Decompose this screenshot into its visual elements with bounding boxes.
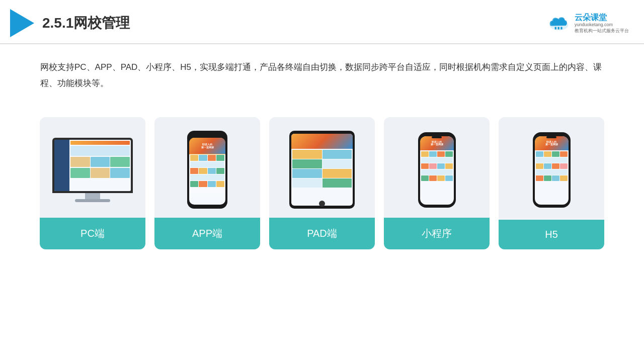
brand-url: yunduoketang.com	[575, 22, 613, 28]
card-pc: PC端	[40, 117, 145, 249]
pc-image-area	[40, 117, 145, 218]
h5-phone-screen: 职进人的第一堂网课	[535, 136, 569, 205]
description-section: 网校支持PC、APP、PAD、小程序、H5，实现多端打通，产品各终端自由切换，数…	[0, 44, 644, 97]
h5-phone-notch-icon	[546, 136, 556, 138]
miniprogram-image-area: 职进人的第一堂网课	[384, 117, 490, 218]
description-text: 网校支持PC、APP、PAD、小程序、H5，实现多端打通，产品各终端自由切换，数…	[40, 59, 604, 92]
card-miniprogram: 职进人的第一堂网课	[384, 117, 490, 249]
pad-image-area	[269, 117, 375, 218]
phone-notch-small-icon	[432, 136, 442, 138]
cards-section: PC端 职进人的第一堂网课	[0, 102, 644, 259]
pc-screen-outer	[52, 138, 133, 193]
tablet-home-icon	[319, 201, 325, 207]
pc-mockup	[50, 138, 135, 202]
h5-phone-mockup: 职进人的第一堂网课	[533, 132, 571, 208]
phone-small-screen: 职进人的第一堂网课	[420, 136, 454, 205]
header-right: 云朵课堂 yunduoketang.com 教育机构一站式服务云平台	[546, 13, 629, 34]
h5-label: H5	[499, 220, 604, 249]
page-title: 2.5.1网校管理	[42, 14, 130, 33]
svg-rect-2	[558, 27, 559, 30]
brand-text: 云朵课堂 yunduoketang.com 教育机构一站式服务云平台	[575, 13, 629, 34]
header-left: 2.5.1网校管理	[10, 9, 130, 37]
card-app: 职进人的第一堂网课	[154, 117, 260, 249]
cloud-icon	[546, 14, 572, 32]
app-label: APP端	[154, 218, 260, 249]
pc-label: PC端	[40, 218, 145, 249]
header: 2.5.1网校管理 云朵课堂 yunduoketang.com 教育机构一站式服…	[0, 0, 644, 44]
phone-notch-icon	[201, 135, 213, 137]
miniprogram-label: 小程序	[384, 218, 490, 249]
brand-sub-line1: 教育机构一站式服务云平台	[575, 28, 629, 34]
brand-name: 云朵课堂	[575, 13, 607, 22]
card-h5: 职进人的第一堂网课	[499, 117, 604, 249]
brand-logo: 云朵课堂 yunduoketang.com 教育机构一站式服务云平台	[546, 13, 629, 34]
svg-rect-1	[555, 27, 556, 30]
app-phone-mockup: 职进人的第一堂网课	[187, 131, 227, 209]
tablet-mockup	[289, 131, 355, 209]
logo-triangle-icon	[10, 9, 34, 37]
tablet-screen	[291, 134, 353, 206]
miniprogram-phone-mockup: 职进人的第一堂网课	[418, 132, 456, 208]
svg-rect-3	[560, 27, 562, 30]
h5-image-area: 职进人的第一堂网课	[499, 117, 604, 218]
phone-screen: 职进人的第一堂网课	[189, 138, 225, 205]
app-image-area: 职进人的第一堂网课	[154, 117, 260, 218]
pad-label: PAD端	[269, 218, 375, 249]
pc-screen-inner	[54, 140, 131, 191]
card-pad: PAD端	[269, 117, 375, 249]
